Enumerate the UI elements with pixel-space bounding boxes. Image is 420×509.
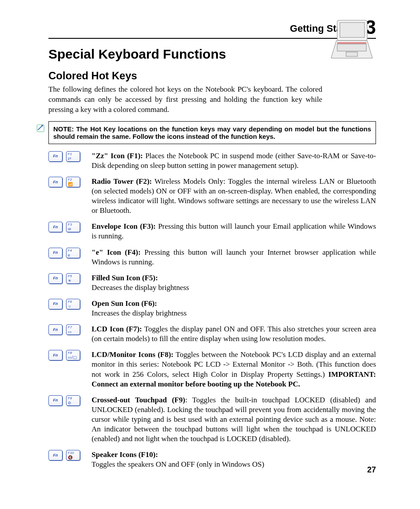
- function-key-glyph: ✉: [68, 227, 71, 231]
- hotkey-row: FnF9⊘Crossed-out Touchpad (F9): Toggles …: [48, 395, 376, 444]
- header: Getting Started 3: [48, 18, 376, 39]
- hotkey-title: Speaker Icons (F10):: [92, 450, 158, 459]
- hotkey-row: FnF10🔇Speaker Icons (F10):Toggles the sp…: [48, 450, 376, 469]
- function-key-glyph: e: [68, 253, 70, 257]
- hotkey-title: "Zz" Icon (F1):: [92, 152, 143, 160]
- hotkey-row: FnF6☼Open Sun Icon (F6):Increases the di…: [48, 299, 376, 318]
- function-key-label: F1: [68, 152, 72, 156]
- function-key-label: F6: [68, 300, 72, 304]
- function-key-glyph: 🔇: [68, 456, 73, 460]
- hotkey-title: Filled Sun Icon (F5):: [92, 274, 158, 282]
- function-key-icon: F7▭: [66, 324, 80, 335]
- svg-rect-3: [337, 42, 366, 44]
- function-key-glyph: ⊘: [68, 401, 71, 405]
- page: Getting Started 3 Special Keyboard Funct…: [0, 0, 420, 509]
- hotkey-body: Decreases the display brightness: [92, 283, 189, 292]
- hotkey-title: Radio Tower (F2):: [92, 177, 152, 186]
- function-key-icon: F4e: [66, 248, 80, 258]
- hotkey-description: Envelope Icon (F3): Pressing this button…: [92, 222, 376, 241]
- function-key-icon: F2📶: [66, 177, 80, 187]
- function-key-glyph: ☼: [68, 305, 71, 308]
- fn-key-icon: Fn: [48, 299, 63, 309]
- fn-key-icon: Fn: [48, 395, 63, 406]
- function-key-glyph: ☀: [68, 279, 71, 283]
- hotkey-description: "Zz" Icon (F1): Places the Notebook PC i…: [92, 151, 376, 171]
- function-key-icon: F6☼: [66, 299, 80, 309]
- hotkey-title: "e" Icon (F4):: [92, 248, 140, 256]
- hotkey-description: LCD Icon (F7): Toggles the display panel…: [92, 324, 376, 344]
- function-key-icon: F8▭/▢: [66, 350, 80, 360]
- hotkey-keys: FnF7▭: [48, 324, 87, 335]
- hotkey-body: Increases the display brightness: [92, 309, 187, 317]
- hotkey-description: LCD/Monitor Icons (F8): Toggles between …: [92, 350, 376, 389]
- intro-text: The following defines the colored hot ke…: [48, 85, 322, 115]
- hotkey-list: FnF1z²"Zz" Icon (F1): Places the Noteboo…: [48, 151, 376, 470]
- hotkey-row: FnF5☀Filled Sun Icon (F5):Decreases the …: [48, 273, 376, 293]
- hotkey-title: Envelope Icon (F3):: [92, 222, 156, 230]
- page-subtitle: Colored Hot Keys: [48, 70, 322, 82]
- page-title: Special Keyboard Functions: [48, 47, 322, 62]
- fn-key-icon: Fn: [48, 222, 63, 232]
- hotkey-row: FnF3✉Envelope Icon (F3): Pressing this b…: [48, 222, 376, 241]
- function-key-label: F9: [68, 397, 72, 400]
- note-text: NOTE: The Hot Key locations on the funct…: [53, 125, 371, 140]
- hotkey-description: Crossed-out Touchpad (F9): Toggles the b…: [92, 395, 376, 444]
- function-key-icon: F1z²: [66, 151, 80, 162]
- fn-key-icon: Fn: [48, 273, 63, 284]
- hotkey-title: LCD/Monitor Icons (F8):: [92, 350, 173, 359]
- hotkey-description: Speaker Icons (F10):Toggles the speakers…: [92, 450, 376, 469]
- hotkey-row: FnF1z²"Zz" Icon (F1): Places the Noteboo…: [48, 151, 376, 171]
- hotkey-keys: FnF5☀: [48, 273, 87, 284]
- hotkey-title: LCD Icon (F7):: [92, 325, 142, 333]
- function-key-label: F3: [68, 223, 72, 227]
- hotkey-keys: FnF3✉: [48, 222, 87, 232]
- function-key-icon: F10🔇: [66, 450, 80, 461]
- function-key-icon: F5☀: [66, 273, 80, 284]
- hotkey-keys: FnF10🔇: [48, 450, 87, 461]
- fn-key-icon: Fn: [48, 324, 63, 335]
- hotkey-keys: FnF1z²: [48, 151, 87, 162]
- function-key-label: F10: [68, 451, 74, 455]
- svg-rect-5: [346, 52, 357, 56]
- function-key-label: F8: [68, 351, 72, 355]
- hotkey-description: Filled Sun Icon (F5):Decreases the displ…: [92, 273, 376, 293]
- function-key-label: F5: [68, 275, 72, 278]
- hotkey-row: FnF7▭LCD Icon (F7): Toggles the display …: [48, 324, 376, 344]
- hotkey-row: FnF4e"e" Icon (F4): Pressing this button…: [48, 248, 376, 267]
- function-key-icon: F9⊘: [66, 395, 80, 406]
- hotkey-title: Open Sun Icon (F6):: [92, 299, 157, 308]
- laptop-illustration: [328, 18, 376, 63]
- hotkey-description: "e" Icon (F4): Pressing this button will…: [92, 248, 376, 267]
- note-icon: [37, 124, 44, 134]
- hotkey-keys: FnF6☼: [48, 299, 87, 309]
- function-key-glyph: ▭/▢: [68, 356, 77, 360]
- function-key-glyph: z²: [68, 157, 71, 161]
- hotkey-keys: FnF8▭/▢: [48, 350, 87, 360]
- function-key-label: F2: [68, 178, 72, 182]
- fn-key-icon: Fn: [48, 151, 63, 162]
- hotkey-row: FnF2📶Radio Tower (F2): Wireless Models O…: [48, 177, 376, 215]
- svg-rect-4: [337, 44, 366, 51]
- hotkey-title: Crossed-out Touchpad (F9): [92, 396, 185, 404]
- hotkey-keys: FnF4e: [48, 248, 87, 258]
- fn-key-icon: Fn: [48, 350, 63, 360]
- fn-key-icon: Fn: [48, 248, 63, 258]
- function-key-label: F4: [68, 249, 72, 253]
- svg-rect-1: [340, 22, 365, 37]
- fn-key-icon: Fn: [48, 450, 63, 461]
- intro-row: Special Keyboard Functions Colored Hot K…: [48, 39, 376, 115]
- hotkey-body: Toggles the speakers ON and OFF (only in…: [92, 460, 264, 468]
- function-key-glyph: 📶: [68, 182, 73, 186]
- hotkey-row: FnF8▭/▢LCD/Monitor Icons (F8): Toggles b…: [48, 350, 376, 389]
- function-key-label: F7: [68, 326, 72, 329]
- page-number: 27: [367, 465, 376, 475]
- note-box: NOTE: The Hot Key locations on the funct…: [48, 121, 376, 144]
- function-key-icon: F3✉: [66, 222, 80, 232]
- hotkey-description: Open Sun Icon (F6):Increases the display…: [92, 299, 376, 318]
- svg-point-7: [41, 125, 43, 126]
- hotkey-keys: FnF2📶: [48, 177, 87, 187]
- function-key-glyph: ▭: [68, 330, 72, 334]
- fn-key-icon: Fn: [48, 177, 63, 187]
- hotkey-description: Radio Tower (F2): Wireless Models Only: …: [92, 177, 376, 215]
- hotkey-keys: FnF9⊘: [48, 395, 87, 406]
